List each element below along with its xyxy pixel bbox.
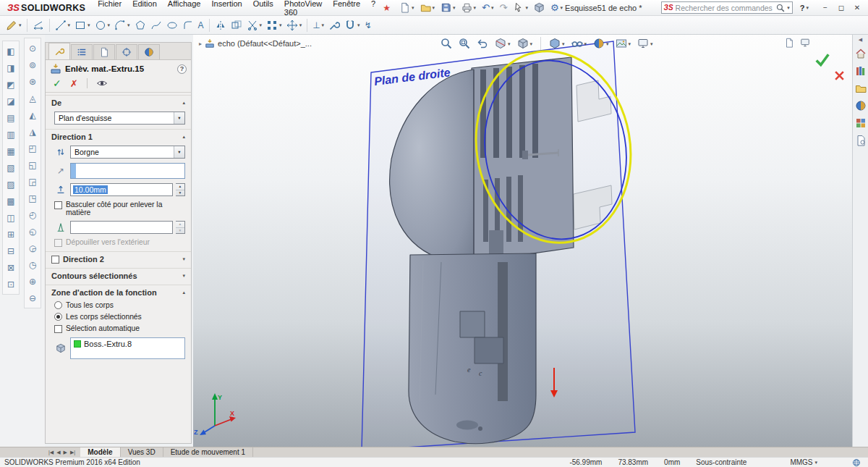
left-tool-button[interactable]: ◮ [25,124,40,139]
checkbox-box[interactable] [54,325,62,333]
zoom-fit-button[interactable] [439,37,454,50]
repair-sketch-button[interactable] [326,17,342,33]
left-tool-button[interactable]: ▥ [4,127,18,142]
design-library-button[interactable] [854,64,867,77]
left-tool-button[interactable]: ⊡ [4,277,18,292]
display-style-button[interactable]: ▾ [548,37,566,50]
flip-side-checkbox[interactable]: Basculer côté pour enlever la matière [46,198,191,219]
menu-fichier[interactable]: Fichier [93,0,127,18]
direction-selection-box[interactable] [70,163,185,179]
left-tool-button[interactable]: ◨ [4,60,18,75]
move-entities-button[interactable]: ▾ [284,17,305,33]
view-palette-button[interactable] [854,117,867,130]
group-feature-scope-header[interactable]: Zone d'action de la fonction▴ [46,285,191,299]
redo-button[interactable]: ↷ [497,2,509,13]
search-input[interactable] [676,4,775,12]
spin-up-icon[interactable]: ▴ [176,222,184,227]
radio-circle-selected[interactable] [54,313,62,321]
breadcrumb-label[interactable]: echo (Défaut<<Défaut>_... [218,39,312,48]
tab-3d-views[interactable]: Vues 3D [121,447,163,457]
left-tool-button[interactable]: ⊞ [4,227,18,242]
rapid-sketch-button[interactable]: ↯ [362,17,374,33]
menu-edition[interactable]: Edition [127,0,162,18]
model-hole[interactable] [478,426,482,431]
preview-eye-icon[interactable] [96,77,108,89]
confirmation-check-button[interactable] [814,51,831,68]
close-button[interactable]: ✕ [849,2,865,14]
left-tool-button[interactable]: ◫ [4,210,18,225]
collapse-taskpane-icon[interactable]: ◀ [859,37,862,43]
depth-spinner[interactable]: ▴▾ [176,183,185,196]
model-handle-body[interactable] [409,253,536,444]
sketch-button[interactable]: ▾ [4,17,24,33]
left-tool-button[interactable]: ▨ [4,177,18,192]
menu-insertion[interactable]: Insertion [206,0,247,18]
search-scope-icon[interactable]: ЗS [664,4,673,12]
search-caret-icon[interactable]: ▾ [787,5,790,10]
left-tool-button[interactable]: ◪ [4,93,18,109]
command-search-box[interactable]: ЗS ▾ [661,1,793,14]
arc-tool-button[interactable]: ▾ [112,17,132,33]
left-tool-button[interactable]: ◱ [25,157,40,172]
left-tool-button[interactable]: ◭ [25,107,40,122]
options-button[interactable]: ⚙▾ [548,2,565,13]
offset-entities-button[interactable] [229,17,244,33]
units-selector[interactable]: MMGS ▾ [790,458,817,466]
previous-view-button[interactable] [475,37,490,50]
cancel-button[interactable]: ✗ [70,78,78,89]
menu-outils[interactable]: Outils [248,0,278,18]
left-tool-button[interactable]: ▤ [4,110,18,125]
text-tool-button[interactable]: A [196,17,206,33]
bodies-list[interactable]: Boss.-Extru.8 [70,337,185,359]
spin-up-icon[interactable]: ▴ [176,184,184,190]
radio-circle[interactable] [54,301,62,309]
left-tool-button[interactable]: ◬ [25,91,40,106]
pin-menu-star-icon[interactable]: ★ [383,3,391,13]
depth-input[interactable]: 10.00mm [70,183,173,196]
spin-down-icon[interactable]: ▾ [176,227,184,234]
file-explorer-button[interactable] [854,82,867,95]
smart-dimension-button[interactable] [30,17,46,33]
left-tool-button[interactable]: ◰ [25,140,40,156]
search-icon[interactable] [776,4,785,12]
custom-properties-button[interactable] [854,134,867,147]
tab-motion-study[interactable]: Etude de mouvement 1 [163,447,253,457]
trim-entities-button[interactable]: ▾ [244,17,265,33]
list-item[interactable]: Boss.-Extru.8 [72,339,184,349]
menu-aide[interactable]: ? [366,0,380,18]
open-document-button[interactable]: ▾ [418,1,438,14]
line-tool-button[interactable]: ▾ [53,17,73,33]
menu-fenetre[interactable]: Fenêtre [328,0,365,18]
section-view-button[interactable]: ▾ [493,37,512,50]
left-tool-button[interactable]: ⊠ [4,260,18,275]
ellipse-tool-button[interactable] [164,17,180,33]
print-button[interactable]: ▾ [459,1,479,14]
help-icon[interactable]: ? [177,64,187,74]
model-block[interactable] [460,311,485,337]
group-direction2-header[interactable]: Direction 2▾ [46,251,191,266]
menu-photoview[interactable]: PhotoView 360 [279,0,327,18]
appearances-button[interactable] [854,99,867,112]
left-tool-button[interactable]: ◷ [25,257,40,272]
left-tool-button[interactable]: ⊙ [25,41,40,56]
left-tool-button[interactable]: ▦ [4,143,18,159]
restore-button[interactable]: ◻ [833,2,849,14]
select-button[interactable]: ▾ [511,1,530,14]
group-from-header[interactable]: De▴ [46,95,191,109]
left-tool-button[interactable]: ◵ [25,224,40,239]
left-tool-button[interactable]: ⊖ [25,290,40,306]
undo-button[interactable]: ↶▾ [480,2,495,13]
confirmation-cancel-button[interactable] [833,69,846,83]
group-direction1-header[interactable]: Direction 1▴ [46,129,191,143]
quick-snaps-button[interactable]: ▾ [342,17,362,33]
display-relations-button[interactable]: ⊥▾ [310,17,326,33]
group-selected-contours-header[interactable]: Contours sélectionnés▾ [46,268,191,282]
mirror-entities-button[interactable] [213,17,229,33]
reverse-direction-button[interactable] [54,147,67,157]
left-tool-button[interactable]: ⊛ [25,74,40,89]
checkbox-box[interactable] [54,201,62,209]
hide-show-items-button[interactable]: ▾ [570,37,589,50]
model-block[interactable] [475,337,503,363]
save-button[interactable]: ▾ [438,1,458,14]
rectangle-tool-button[interactable]: ▾ [72,17,93,33]
